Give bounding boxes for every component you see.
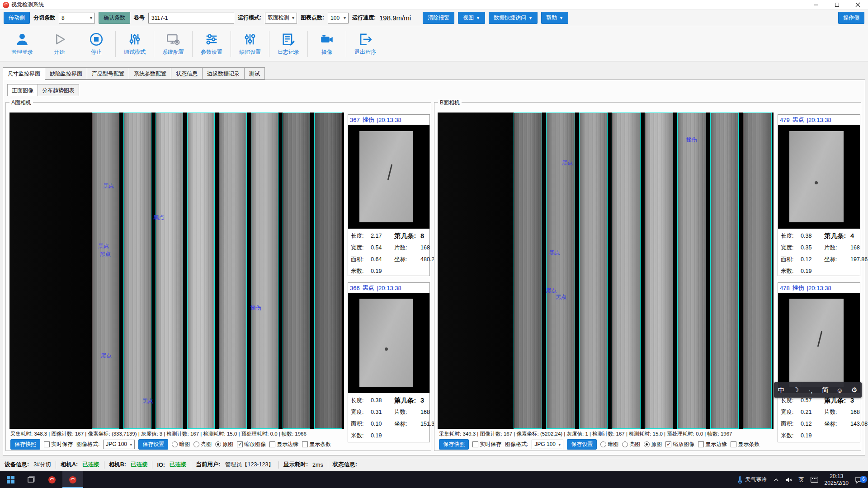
close-button[interactable]: [847, 0, 868, 10]
ime-emoji-icon[interactable]: ☺: [835, 386, 844, 394]
notification-center-button[interactable]: 6: [855, 476, 864, 483]
clear-alarm-button[interactable]: 清除报警: [423, 12, 454, 24]
tool-log[interactable]: 日志记录: [270, 32, 307, 56]
show-count-checkbox[interactable]: 显示条数: [731, 441, 760, 448]
volume-button[interactable]: [785, 477, 793, 483]
tool-exit[interactable]: 退出程序: [347, 32, 384, 56]
help-menu-button[interactable]: 帮助▼: [541, 12, 568, 24]
dark-image-radio[interactable]: 暗图: [172, 441, 190, 448]
ime-simplified-icon[interactable]: 简: [820, 386, 830, 394]
tool-label: 管理登录: [11, 48, 33, 56]
tool-label: 摄像: [321, 48, 332, 56]
drive-side-button[interactable]: 传动侧: [4, 12, 30, 24]
stat-label: 第几条:: [824, 232, 850, 240]
stat-value: 0.64: [371, 256, 394, 263]
show-edge-checkbox[interactable]: 显示边缘: [698, 441, 727, 448]
save-snapshot-button[interactable]: 保存快照: [10, 439, 40, 450]
tool-stop[interactable]: 停止: [78, 32, 115, 56]
original-image-radio[interactable]: 原图: [215, 441, 233, 448]
realtime-save-checkbox[interactable]: 实时保存: [44, 441, 73, 448]
clock[interactable]: 20:13 2025/2/10: [825, 473, 849, 487]
save-settings-button[interactable]: 保存设置: [138, 439, 168, 450]
ime-punctuation-icon[interactable]: ·,: [806, 386, 816, 394]
defect-label: 黑点: [101, 352, 112, 360]
tool-camera[interactable]: 摄像: [308, 32, 345, 56]
slice-count-select[interactable]: 8: [59, 13, 95, 23]
defect-card-header[interactable]: 478 挫伤 |20:13:38: [778, 283, 860, 293]
data-access-menu-button[interactable]: 数据快捷访问▼: [489, 12, 538, 24]
tool-label: 参数设置: [201, 48, 222, 56]
defect-label: 黑点: [142, 397, 153, 405]
tool-start[interactable]: 开始: [41, 32, 78, 56]
tool-system-config[interactable]: 系统配置: [155, 32, 192, 56]
input-language-indicator[interactable]: 英: [799, 476, 804, 483]
video-camera-icon: [319, 32, 335, 47]
stat-value: 2.17: [371, 233, 394, 239]
save-snapshot-button[interactable]: 保存快照: [439, 439, 469, 450]
defect-image[interactable]: [778, 125, 860, 229]
tab-system-params[interactable]: 系统参数配置: [129, 67, 171, 80]
subtab-trend-chart[interactable]: 分布趋势图表: [38, 84, 79, 96]
image-format-select[interactable]: JPG 100: [532, 440, 563, 449]
bright-image-radio[interactable]: 亮图: [622, 441, 640, 448]
tray-expand-button[interactable]: [774, 478, 779, 482]
confirm-count-button[interactable]: 确认条数: [99, 12, 130, 24]
defect-image[interactable]: [348, 125, 429, 229]
roll-number-input[interactable]: [148, 13, 234, 23]
camera-b-image-viewport[interactable]: 挫伤黑点黑点黑点黑点: [438, 113, 774, 429]
tab-defect-monitor[interactable]: 缺陷监控界面: [45, 67, 87, 80]
save-settings-button[interactable]: 保存设置: [567, 439, 597, 450]
scratch-mark: [817, 331, 823, 347]
subtab-front-image[interactable]: 正面图像: [7, 84, 38, 96]
weather-widget[interactable]: 天气寒冷: [737, 476, 767, 483]
checkbox-label: 缩放图像: [673, 441, 694, 448]
image-format-select[interactable]: JPG 100: [103, 440, 135, 449]
tool-defect-settings[interactable]: 缺陷设置: [231, 32, 269, 56]
run-mode-select[interactable]: 双面检测: [265, 13, 297, 23]
tab-product-model[interactable]: 产品型号配置: [87, 67, 129, 80]
show-count-checkbox[interactable]: 显示条数: [302, 441, 331, 448]
operate-side-button[interactable]: 操作侧: [838, 12, 864, 24]
touch-keyboard-button[interactable]: [811, 477, 818, 483]
app-taskbar-icon[interactable]: [42, 471, 62, 488]
dark-image-radio[interactable]: 暗图: [600, 441, 618, 448]
exit-door-icon: [358, 32, 373, 47]
ime-toolbar: 中 ☽ ·, 简 ☺ ⚙: [774, 382, 862, 398]
tab-test[interactable]: 测试: [245, 67, 265, 80]
app-taskbar-icon-active[interactable]: [62, 471, 83, 488]
defect-image[interactable]: [348, 293, 429, 393]
start-button[interactable]: [0, 471, 21, 488]
defect-label: 黑点: [153, 214, 164, 221]
tab-edge-data[interactable]: 边缘数据记录: [203, 67, 245, 80]
ime-settings-gear-icon[interactable]: ⚙: [849, 386, 859, 394]
thermometer-icon: [737, 476, 743, 483]
defect-card-header[interactable]: 366 黑点 |20:13:38: [348, 283, 429, 293]
defect-image[interactable]: [778, 293, 860, 393]
defect-stats: 长度:0.38 第几条:4 宽度:0.35 片数:168 面积:0.12 坐标:…: [778, 229, 860, 278]
chart-points-select[interactable]: 100: [328, 13, 349, 23]
tool-admin-login[interactable]: 管理登录: [4, 32, 41, 56]
tab-size-monitor[interactable]: 尺寸监控界面: [3, 67, 45, 80]
stat-value: 0.35: [801, 244, 824, 251]
bright-image-radio[interactable]: 亮图: [193, 441, 212, 448]
realtime-save-checkbox[interactable]: 实时保存: [472, 441, 501, 448]
taskview-button[interactable]: [21, 471, 42, 488]
tool-param-settings[interactable]: 参数设置: [193, 32, 230, 56]
image-controls-a: 保存快照 实时保存 图像格式: JPG 100 保存设置 暗图 亮图 原图 缩放…: [10, 439, 345, 450]
show-edge-checkbox[interactable]: 显示边缘: [269, 441, 298, 448]
zoom-image-checkbox[interactable]: 缩放图像: [237, 441, 266, 448]
tool-debug-mode[interactable]: 调试模式: [116, 32, 153, 56]
camera-a-image-viewport[interactable]: 黑点黑点黑点黑点挫伤黑点黑点: [9, 113, 344, 429]
zoom-image-checkbox[interactable]: 缩放图像: [665, 441, 694, 448]
maximize-button[interactable]: [826, 0, 847, 10]
minimize-button[interactable]: [806, 0, 826, 10]
original-image-radio[interactable]: 原图: [644, 441, 662, 448]
window-controls: [806, 0, 868, 10]
ime-lang-mode[interactable]: 中: [776, 386, 786, 394]
ime-fullwidth-icon[interactable]: ☽: [791, 386, 801, 394]
defect-card-header[interactable]: 367 挫伤 |20:13:38: [348, 115, 429, 125]
view-menu-button[interactable]: 视图▼: [458, 12, 485, 24]
menu-label: 数据快捷访问: [494, 14, 526, 22]
tab-status-info[interactable]: 状态信息: [171, 67, 203, 80]
defect-card-header[interactable]: 479 黑点 |20:13:38: [778, 115, 860, 125]
